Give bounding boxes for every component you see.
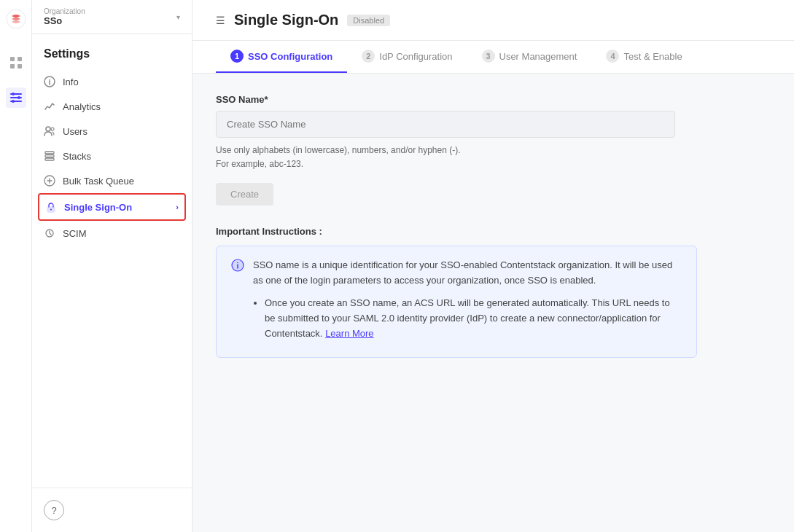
tab-num-4: 4 [606,50,619,63]
tab-test-enable[interactable]: 4 Test & Enable [591,41,696,73]
svg-point-16 [50,209,52,211]
sso-name-input[interactable] [216,111,675,138]
sidebar-item-info[interactable]: Info [32,69,192,94]
info-box: SSO name is a unique identification for … [216,246,697,358]
svg-rect-1 [10,57,15,61]
important-section: Important Instructions : SSO name is a u… [216,226,771,358]
svg-rect-12 [45,155,54,157]
tab-user-management[interactable]: 3 User Management [467,41,592,73]
sidebar-item-bulk-task-queue-label: Bulk Task Queue [63,176,134,187]
rail-grid-icon[interactable] [6,52,26,73]
tab-num-3: 3 [482,50,495,63]
sidebar-item-stacks[interactable]: Stacks [32,144,192,168]
analytics-icon [44,101,55,112]
info-bullet: Once you create an SSO name, an ACS URL … [265,296,682,341]
main-content: ☰ Single Sign-On Disabled 1 SSO Configur… [192,0,794,532]
sidebar-item-info-label: Info [63,77,79,87]
sidebar-bottom: ? [32,488,192,532]
svg-point-6 [17,96,20,99]
tab-label-test-enable: Test & Enable [623,51,682,62]
svg-point-10 [51,128,54,130]
sidebar-item-stacks-label: Stacks [63,151,91,162]
queue-icon [44,175,55,187]
sidebar-item-single-sign-on-label: Single Sign-On [64,202,132,213]
stacks-icon [44,150,55,162]
svg-point-7 [12,100,15,103]
tab-label-sso-configuration: SSO Configuration [248,51,332,62]
input-hint: Use only alphabets (in lowercase), numbe… [216,144,771,171]
info-icon [44,76,55,87]
create-button[interactable]: Create [216,183,273,206]
content-body: SSO Name* Use only alphabets (in lowerca… [192,74,794,532]
svg-point-5 [12,93,15,95]
important-title: Important Instructions : [216,226,771,237]
svg-point-9 [46,127,50,131]
org-name: SSo [44,15,85,26]
sidebar-item-bulk-task-queue[interactable]: Bulk Task Queue [32,168,192,193]
tab-idp-configuration[interactable]: 2 IdP Configuration [347,41,467,73]
sidebar-heading: Settings [32,34,192,66]
users-icon [44,125,55,137]
tab-num-1: 1 [230,50,244,63]
org-label: Organization [44,7,85,15]
scim-icon [44,227,55,239]
lock-icon [45,201,57,213]
tab-num-2: 2 [362,50,375,63]
sidebar-item-users-label: Users [63,126,87,137]
sidebar-item-users[interactable]: Users [32,119,192,144]
svg-rect-2 [17,57,22,61]
tab-sso-configuration[interactable]: 1 SSO Configuration [216,41,347,73]
tab-label-user-management: User Management [499,51,577,62]
org-selector[interactable]: Organization SSo ▾ [32,0,192,34]
sidebar-item-scim[interactable]: SCIM [32,221,192,246]
sidebar-item-scim-label: SCIM [63,228,87,239]
org-chevron-icon: ▾ [176,13,180,21]
sidebar-nav: Info Analytics Users Stacks [32,66,192,488]
info-box-icon [231,259,244,345]
help-icon[interactable]: ? [44,500,64,520]
tab-label-idp-configuration: IdP Configuration [379,51,452,62]
sidebar: Organization SSo ▾ Settings Info Analyti… [32,0,192,532]
content-header: ☰ Single Sign-On Disabled [192,0,794,41]
svg-rect-13 [45,152,54,154]
svg-rect-11 [45,158,54,160]
page-title: Single Sign-On [234,12,338,28]
svg-point-19 [237,262,238,264]
sso-name-label: SSO Name* [216,94,771,105]
sidebar-item-analytics[interactable]: Analytics [32,94,192,119]
rail-settings-icon[interactable] [6,87,26,108]
hamburger-icon[interactable]: ☰ [216,15,225,26]
tabs-bar: 1 SSO Configuration 2 IdP Configuration … [192,41,794,74]
info-box-content: SSO name is a unique identification for … [253,258,682,345]
sidebar-item-analytics-label: Analytics [63,101,101,112]
svg-rect-4 [17,64,22,69]
icon-rail [0,0,32,532]
sidebar-item-single-sign-on[interactable]: Single Sign-On › [38,193,186,221]
learn-more-link[interactable]: Learn More [325,328,373,339]
status-badge: Disabled [347,15,390,26]
svg-rect-3 [10,64,15,69]
info-line1: SSO name is a unique identification for … [253,259,672,286]
single-sign-on-chevron-icon: › [176,203,179,211]
app-logo[interactable] [6,9,26,38]
